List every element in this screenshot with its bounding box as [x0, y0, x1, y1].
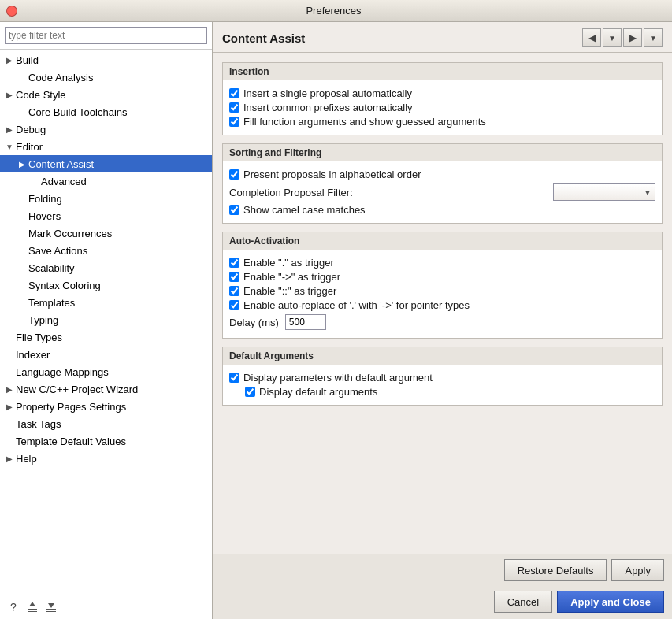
checkbox-trigger-arrow[interactable]: [229, 272, 239, 282]
sidebar-label-property-pages-settings: Property Pages Settings: [16, 401, 126, 413]
sidebar-item-file-types[interactable]: File Types: [0, 328, 212, 346]
action-row-2: Cancel Apply and Close: [213, 586, 672, 619]
sidebar-item-code-analysis[interactable]: Code Analysis: [0, 69, 212, 86]
sorting-body: Present proposals in alphabetical orderC…: [223, 161, 662, 223]
sidebar-item-new-cpp-project-wizard[interactable]: ▶New C/C++ Project Wizard: [0, 380, 212, 398]
tree-arrow-property-pages-settings: ▶: [3, 402, 16, 411]
filter-label: Completion Proposal Filter:: [229, 187, 353, 198]
check-row-camel-case: Show camel case matches: [229, 204, 655, 216]
help-icon[interactable]: ?: [5, 599, 22, 616]
content-title: Content Assist: [222, 32, 305, 45]
nav-back-dropdown[interactable]: ▼: [603, 28, 622, 47]
action-row-1: Restore Defaults Apply: [213, 554, 672, 586]
sidebar-item-language-mappings[interactable]: Language Mappings: [0, 363, 212, 380]
checkbox-insert-single[interactable]: [229, 88, 239, 98]
default-args-section: Default Arguments Display parameters wit…: [222, 347, 663, 406]
sidebar-item-templates[interactable]: Templates: [0, 294, 212, 311]
sidebar-item-scalability[interactable]: Scalability: [0, 259, 212, 276]
tree-arrow-build: ▶: [3, 56, 16, 65]
sidebar-item-folding[interactable]: Folding: [0, 190, 212, 207]
import-icon[interactable]: [43, 599, 60, 616]
window-title: Preferences: [17, 5, 650, 17]
check-label-display-default-args: Display default arguments: [259, 386, 377, 398]
nav-buttons: ◀ ▼ ▶ ▼: [582, 28, 663, 47]
filter-dropdown-arrow: ▼: [644, 188, 652, 197]
check-row-trigger-dot: Enable "." as trigger: [229, 257, 655, 269]
sidebar-item-save-actions[interactable]: Save Actions: [0, 242, 212, 259]
apply-button[interactable]: Apply: [611, 559, 664, 581]
sidebar-item-mark-occurrences[interactable]: Mark Occurrences: [0, 224, 212, 242]
sidebar-item-advanced[interactable]: Advanced: [0, 172, 212, 190]
insertion-body: Insert a single proposal automaticallyIn…: [223, 80, 662, 135]
checkbox-alphabetical[interactable]: [229, 169, 239, 180]
checkbox-display-default-args[interactable]: [245, 387, 255, 397]
sidebar-label-help: Help: [16, 453, 37, 465]
checkbox-trigger-colon[interactable]: [229, 286, 239, 296]
sidebar-item-debug[interactable]: ▶Debug: [0, 120, 212, 138]
check-label-display-default-param: Display parameters with default argument: [243, 372, 433, 384]
sidebar-item-syntax-coloring[interactable]: Syntax Coloring: [0, 276, 212, 294]
check-label-insert-single: Insert a single proposal automatically: [243, 87, 412, 99]
auto-activation-title: Auto-Activation: [223, 232, 662, 250]
sidebar-label-scalability: Scalability: [28, 262, 75, 274]
sidebar-label-code-style: Code Style: [16, 89, 66, 101]
nav-forward-button[interactable]: ▶: [623, 28, 642, 47]
sorting-section: Sorting and Filtering Present proposals …: [222, 143, 663, 224]
sidebar-item-typing[interactable]: Typing: [0, 311, 212, 328]
sidebar-item-code-style[interactable]: ▶Code Style: [0, 86, 212, 103]
filter-dropdown[interactable]: ▼: [553, 183, 655, 201]
checkbox-insert-common-prefixes[interactable]: [229, 102, 239, 113]
check-label-insert-common-prefixes: Insert common prefixes automatically: [243, 102, 413, 113]
sidebar-item-template-default-values[interactable]: Template Default Values: [0, 432, 212, 450]
insertion-section: Insertion Insert a single proposal autom…: [222, 62, 663, 135]
cancel-button[interactable]: Cancel: [494, 591, 552, 613]
tree: ▶BuildCode Analysis▶Code StyleCore Build…: [0, 50, 212, 595]
svg-rect-1: [28, 611, 37, 612]
svg-rect-4: [46, 611, 56, 612]
content-area: Content Assist ◀ ▼ ▶ ▼ Insertion Insert …: [213, 22, 672, 619]
apply-and-close-button[interactable]: Apply and Close: [557, 591, 664, 613]
check-label-trigger-colon: Enable "::" as trigger: [243, 285, 336, 297]
sidebar-item-core-build-toolchains[interactable]: Core Build Toolchains: [0, 103, 212, 120]
search-input[interactable]: [5, 27, 207, 44]
check-row-alphabetical: Present proposals in alphabetical order: [229, 169, 655, 180]
delay-input[interactable]: [285, 314, 326, 330]
nav-forward-dropdown[interactable]: ▼: [644, 28, 663, 47]
check-label-auto-replace: Enable auto-replace of '.' with '->' for…: [243, 299, 470, 311]
sidebar-label-content-assist: Content Assist: [28, 158, 94, 170]
check-row-display-default-param: Display parameters with default argument: [229, 372, 655, 384]
sidebar-label-syntax-coloring: Syntax Coloring: [28, 280, 101, 291]
checkbox-camel-case[interactable]: [229, 205, 239, 215]
nav-back-button[interactable]: ◀: [582, 28, 601, 47]
checkbox-auto-replace[interactable]: [229, 300, 239, 310]
content-scroll: Insertion Insert a single proposal autom…: [213, 53, 672, 554]
tree-arrow-debug: ▶: [3, 125, 16, 134]
sidebar-item-property-pages-settings[interactable]: ▶Property Pages Settings: [0, 398, 212, 415]
sidebar-label-hovers: Hovers: [28, 210, 61, 222]
checkbox-display-default-param[interactable]: [229, 373, 239, 383]
sidebar-item-content-assist[interactable]: ▶Content Assist: [0, 155, 212, 172]
restore-defaults-button[interactable]: Restore Defaults: [504, 559, 607, 581]
svg-rect-3: [46, 609, 56, 610]
checkbox-trigger-dot[interactable]: [229, 258, 239, 268]
sidebar-item-hovers[interactable]: Hovers: [0, 207, 212, 224]
sidebar-label-templates: Templates: [28, 297, 75, 309]
export-icon[interactable]: [24, 599, 41, 616]
sidebar-label-debug: Debug: [16, 124, 46, 135]
sidebar-item-indexer[interactable]: Indexer: [0, 346, 212, 363]
check-label-alphabetical: Present proposals in alphabetical order: [243, 169, 421, 180]
check-label-camel-case: Show camel case matches: [243, 204, 366, 216]
sidebar-item-editor[interactable]: ▼Editor: [0, 138, 212, 155]
sidebar-item-build[interactable]: ▶Build: [0, 51, 212, 69]
sidebar-label-core-build-toolchains: Core Build Toolchains: [28, 106, 128, 118]
sidebar-label-code-analysis: Code Analysis: [28, 72, 93, 83]
tree-arrow-help: ▶: [3, 454, 16, 463]
close-button[interactable]: [6, 6, 17, 17]
auto-activation-section: Auto-Activation Enable "." as triggerEna…: [222, 232, 663, 339]
main-layout: ▶BuildCode Analysis▶Code StyleCore Build…: [0, 22, 672, 619]
tree-arrow-code-style: ▶: [3, 91, 16, 99]
sidebar-item-task-tags[interactable]: Task Tags: [0, 415, 212, 432]
sidebar-item-help[interactable]: ▶Help: [0, 450, 212, 467]
filter-row: Completion Proposal Filter:▼: [229, 183, 655, 201]
checkbox-fill-function-args[interactable]: [229, 117, 239, 127]
